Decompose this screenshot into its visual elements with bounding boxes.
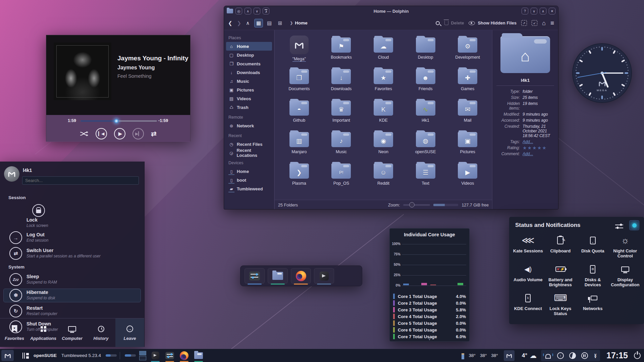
file-music[interactable]: ♪Music bbox=[320, 130, 363, 157]
sidebar-item-boot[interactable]: ▯boot bbox=[226, 176, 272, 184]
updates-icon[interactable]: ↑ bbox=[557, 352, 564, 359]
expand-tray-chevron-icon[interactable]: ∨∨ bbox=[594, 354, 597, 358]
up-button[interactable]: ∧ bbox=[246, 20, 250, 26]
file-pictures[interactable]: ▣Pictures bbox=[446, 130, 489, 157]
select-all-icon[interactable]: ↗ bbox=[521, 20, 527, 26]
night-color-icon[interactable] bbox=[569, 352, 576, 359]
weather-cloud-icon[interactable]: ☁ bbox=[530, 352, 537, 360]
play-button[interactable]: ▶ bbox=[114, 128, 125, 139]
launcher-button[interactable] bbox=[1, 350, 14, 361]
tree-view-button[interactable]: ⊞ bbox=[276, 19, 284, 27]
sidebar-item-music[interactable]: ♫Music bbox=[226, 77, 272, 85]
status-item-disk-quota[interactable]: Disk Quota bbox=[577, 232, 609, 261]
tab-computer[interactable]: Computer bbox=[58, 318, 87, 347]
file-important[interactable]: ♛Important bbox=[320, 99, 363, 126]
file-friends[interactable]: ☻Friends bbox=[405, 67, 447, 94]
scroll-up-icon[interactable]: ∧ bbox=[245, 8, 251, 14]
file-games[interactable]: ✚Games bbox=[446, 67, 489, 94]
rating-stars[interactable]: ★★★★★ bbox=[523, 145, 554, 150]
repeat-icon[interactable]: ⇄ bbox=[151, 130, 157, 138]
file-reddit[interactable]: ☺Reddit bbox=[362, 162, 405, 189]
file-plasma[interactable]: ❯Plasma bbox=[278, 162, 320, 189]
zoom-knob[interactable] bbox=[409, 202, 415, 207]
launcher-item-hibernate[interactable]: ❄HibernateSuspend to disk bbox=[3, 289, 141, 302]
file-desktop[interactable]: Desktop bbox=[405, 36, 447, 63]
scroll-top-icon[interactable]: ∧ bbox=[263, 8, 269, 14]
comment-add-link[interactable]: Add... bbox=[523, 152, 554, 156]
task-firefox[interactable] bbox=[179, 350, 190, 361]
file-github[interactable]: ◓Github bbox=[278, 99, 320, 126]
file-favorites[interactable]: ★Favorites bbox=[362, 67, 405, 94]
tab-leave[interactable]: →Leave bbox=[115, 318, 144, 347]
seek-slider[interactable] bbox=[80, 120, 157, 122]
status-item-night-color-control[interactable]: ☼Night Color Control bbox=[609, 232, 642, 261]
menu-icon[interactable]: ≡ bbox=[550, 19, 554, 27]
forward-button[interactable]: ❯ bbox=[237, 20, 241, 26]
monitor-slider[interactable] bbox=[125, 354, 136, 357]
status-item-disks-devices[interactable]: ⚙Disks & Devices bbox=[577, 261, 609, 290]
back-button[interactable]: ❮ bbox=[228, 20, 232, 26]
window-list-icon[interactable] bbox=[22, 353, 29, 359]
help-button[interactable]: ? bbox=[522, 8, 528, 14]
scroll-down-icon[interactable]: ∨ bbox=[254, 8, 260, 14]
launcher-item-switch-user[interactable]: ⇄Switch UserStart a parallel session as … bbox=[3, 247, 141, 260]
launcher-item-log-out[interactable]: →Log OutEnd session bbox=[3, 231, 141, 245]
launcher-item-restart[interactable]: ↻RestartRestart computer bbox=[3, 304, 141, 318]
sidebar-item-home[interactable]: ⌂Home bbox=[226, 42, 272, 51]
sidebar-item-videos[interactable]: ▤Videos bbox=[226, 94, 272, 103]
status-item-audio-volume[interactable]: ◀)Audio Volume bbox=[512, 261, 544, 290]
shuffle-icon[interactable] bbox=[80, 130, 89, 137]
file-documents[interactable]: ❐Documents bbox=[278, 67, 320, 94]
home-icon[interactable]: ⌂ bbox=[542, 20, 546, 26]
minimize-button[interactable]: ∨ bbox=[531, 8, 537, 14]
search-icon[interactable] bbox=[436, 21, 440, 25]
status-item-battery-and-brightness[interactable]: ✕⚡Battery and Brightness bbox=[544, 261, 577, 290]
next-button[interactable]: ▶▎ bbox=[132, 128, 144, 139]
tab-applications[interactable]: Applications bbox=[29, 318, 58, 347]
notifications-bell-icon[interactable] bbox=[544, 353, 552, 359]
breadcrumb[interactable]: Home bbox=[295, 20, 308, 25]
location-pin-icon[interactable]: ◎ bbox=[235, 8, 242, 14]
close-button[interactable]: ✕ bbox=[549, 8, 555, 14]
sidebar-item-network[interactable]: ⊛Network bbox=[226, 121, 272, 130]
show-hidden-files-button[interactable]: Show Hidden Files bbox=[469, 20, 517, 25]
status-item-lock-keys-status[interactable]: ⌨Lock Keys Status bbox=[544, 290, 577, 318]
monitor-slider[interactable] bbox=[106, 354, 117, 357]
media-pause-icon[interactable] bbox=[581, 352, 588, 359]
user-avatar[interactable] bbox=[4, 166, 19, 182]
status-item-clipboard[interactable]: Clipboard bbox=[544, 232, 577, 261]
dock-files-button[interactable] bbox=[268, 268, 288, 284]
sidebar-item-home[interactable]: ▯Home bbox=[226, 167, 272, 176]
sidebar-item-tumbleweed[interactable]: ▰Tumbleweed bbox=[226, 184, 272, 193]
tags-add-link[interactable]: Add... bbox=[523, 139, 554, 144]
invert-selection-icon[interactable]: ↙ bbox=[532, 20, 537, 26]
zoom-slider[interactable] bbox=[403, 204, 430, 206]
disk-monitor-icon[interactable] bbox=[460, 352, 464, 359]
sidebar-item-downloads[interactable]: ↓Downloads bbox=[226, 68, 272, 77]
task-tweaks[interactable] bbox=[164, 350, 175, 361]
tab-favorites[interactable]: ♥Favorites bbox=[0, 318, 29, 347]
dock-darkapp-button[interactable] bbox=[314, 268, 334, 284]
power-icon[interactable] bbox=[634, 352, 641, 359]
file-cloud[interactable]: ☁Cloud bbox=[362, 36, 405, 63]
launcher-item-lock[interactable]: LockLock screen bbox=[3, 203, 141, 229]
sidebar-item-pictures[interactable]: ▣Pictures bbox=[226, 85, 272, 94]
file-text[interactable]: ☰Text bbox=[405, 162, 447, 189]
sidebar-item-trash[interactable]: ♺Trash bbox=[226, 103, 272, 112]
seek-knob[interactable] bbox=[114, 119, 119, 123]
previous-button[interactable]: ▎◀ bbox=[96, 128, 107, 139]
file-downloads[interactable]: ↓Downloads bbox=[320, 67, 363, 94]
task-dolphin[interactable] bbox=[193, 350, 204, 361]
configure-icon[interactable] bbox=[615, 224, 623, 229]
launcher-item-sleep[interactable]: ZzzSleepSuspend to RAM bbox=[3, 273, 141, 287]
sidebar-item-recent-files[interactable]: ◷Recent Files bbox=[226, 140, 272, 148]
status-item-networks[interactable]: Networks bbox=[577, 290, 609, 318]
file-neon[interactable]: ◉Neon bbox=[362, 130, 405, 157]
virtual-desktop-pager[interactable] bbox=[139, 351, 146, 360]
status-item-display-configuration[interactable]: Display Configuration bbox=[609, 261, 642, 290]
tab-history[interactable]: History bbox=[87, 318, 115, 347]
file-l4k1[interactable]: ∿l4k1 bbox=[405, 99, 447, 126]
search-input[interactable] bbox=[22, 176, 139, 185]
file-manjaro[interactable]: ▥Manjaro bbox=[278, 130, 320, 157]
status-item-kde-connect[interactable]: kKDE Connect bbox=[512, 290, 544, 318]
